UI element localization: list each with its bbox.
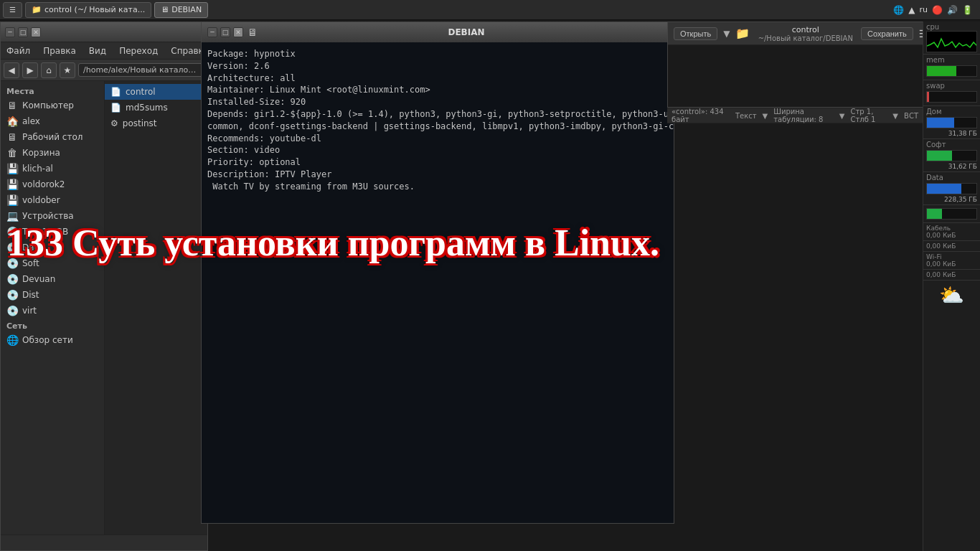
close-button[interactable]: ✕ — [31, 27, 41, 37]
sidebar-item-trash[interactable]: 🗑 Корзина — [1, 145, 104, 161]
file-item-control[interactable]: 📄 control — [105, 84, 207, 100]
app-menu-button[interactable]: ☰ — [3, 2, 22, 18]
sidebar-item-voldorok2[interactable]: 💾 voldorok2 — [1, 176, 104, 192]
menu-file[interactable]: Файл — [4, 44, 33, 57]
file-icon-md5: 📄 — [110, 103, 121, 113]
menu-go[interactable]: Переход — [116, 44, 161, 57]
cpu-label: cpu — [926, 23, 977, 31]
terminal-titlebar: ─ □ ✕ 🖥 DEBIAN — [202, 22, 674, 42]
editor-title: control ~/Новый каталог/DEBIAN — [755, 25, 855, 42]
open-button[interactable]: Открыть — [674, 27, 717, 40]
back-button[interactable]: ◀ — [4, 62, 19, 78]
sidebar-item-klich[interactable]: 💾 klich-al — [1, 161, 104, 176]
vol-icon-1: 💿 — [6, 226, 18, 237]
file-item-postinst[interactable]: ⚙ postinst — [105, 116, 207, 131]
term-line-11: Watch TV by streaming from M3U sources. — [207, 181, 668, 193]
network-icon: 🌐 — [893, 5, 904, 15]
sidebar-item-data[interactable]: 💿 Data — [1, 240, 104, 255]
sidebar-item-dist[interactable]: 💿 Dist — [1, 287, 104, 303]
term-line-10: Description: IPTV Player — [207, 169, 668, 181]
term-line-1: Version: 2.6 — [207, 60, 668, 72]
term-line-5: Depends: gir1.2-${app}-1.0 (>= 1.4), pyt… — [207, 108, 668, 121]
cpu-graph — [926, 31, 977, 52]
disk-home-label: Дом — [926, 108, 977, 116]
swap-bar-fill — [927, 92, 929, 102]
sidebar-item-voldober[interactable]: 💾 voldober — [1, 192, 104, 208]
term-line-2: Architecture: all — [207, 72, 668, 85]
maximize-button[interactable]: □ — [18, 27, 28, 37]
devices-icon: 💻 — [6, 210, 18, 222]
file-manager-statusbar — [1, 534, 207, 550]
bookmarks-button[interactable]: ★ — [60, 62, 75, 78]
net-wifi-value: 0,00 КиБ — [926, 260, 977, 268]
file-manager-toolbar: ◀ ▶ ⌂ ★ /home/alex/Новый каталог/DEB — [1, 60, 207, 81]
disk-home-section: Дом 31,38 ГБ — [923, 106, 980, 139]
path-bar[interactable]: /home/alex/Новый каталог/DEB — [78, 63, 204, 77]
swap-label: swap — [926, 82, 977, 90]
disk-data-section: Data 228,35 ГБ — [923, 172, 980, 205]
net-cable-down: 0,00 КиБ — [923, 241, 980, 252]
term-line-4: Installed-Size: 920 — [207, 96, 668, 108]
disk-home-fill — [927, 118, 954, 128]
vol-icon-6: 💿 — [6, 305, 18, 316]
vol-icon-3: 💿 — [6, 258, 18, 269]
mem-label: mem — [926, 56, 977, 64]
open-chevron: ▼ — [723, 29, 730, 39]
disk-extra-section — [923, 205, 980, 223]
disk-soft-section: Софт 31,62 ГБ — [923, 139, 980, 172]
term-maximize-button[interactable]: □ — [220, 27, 230, 37]
sidebar-item-desktop[interactable]: 🖥 Рабочий стол — [1, 129, 104, 145]
desktop-icon: 🖥 — [6, 131, 18, 143]
term-line-0: Package: hypnotix — [207, 48, 668, 60]
forward-button[interactable]: ▶ — [22, 62, 38, 78]
terminal-body[interactable]: Package: hypnotix Version: 2.6 Architect… — [202, 42, 674, 523]
system-icon-1: 🔴 — [932, 5, 943, 15]
home-icon: 🏠 — [6, 116, 18, 127]
sidebar-item-devuan[interactable]: 💿 Devuan — [1, 271, 104, 287]
taskbar-file-manager[interactable]: 📁 control (~/ Новый ката... — [25, 2, 151, 18]
disk-data-fill — [927, 184, 961, 194]
net-wifi-section: Wi-Fi 0,00 КиБ — [923, 252, 980, 270]
sidebar-item-devices[interactable]: 💻 Устройства — [1, 208, 104, 224]
sidebar-item-network[interactable]: 🌐 Обзор сети — [1, 332, 104, 348]
sidebar-item-soft[interactable]: 💿 Soft — [1, 255, 104, 271]
home-button[interactable]: ⌂ — [41, 62, 57, 78]
tab-width: Ширина табуляции: 8 — [773, 108, 834, 123]
weather-widget: ⛅ — [923, 281, 980, 310]
mem-bar — [926, 65, 977, 77]
term-minimize-button[interactable]: ─ — [207, 27, 217, 37]
sidebar-item-virt[interactable]: 💿 virt — [1, 303, 104, 319]
trash-icon: 🗑 — [6, 147, 18, 159]
net-cable-down-value: 0,00 КиБ — [926, 242, 977, 250]
swap-bar — [926, 91, 977, 103]
volume-speaker-icon: 🔊 — [947, 5, 958, 15]
mem-bar-fill — [927, 66, 956, 76]
sidebar-item-computer[interactable]: 🖥 Компьютер — [1, 98, 104, 113]
file-info: «control»: 434 байт — [672, 108, 724, 123]
save-button[interactable]: Сохранить — [861, 27, 913, 40]
weather-icon: ⛅ — [939, 283, 964, 307]
cursor-pos: Стр 1, Стлб 1 — [851, 108, 887, 123]
cpu-section: cpu — [923, 22, 980, 55]
encoding: ВСТ — [904, 112, 918, 120]
menu-view[interactable]: Вид — [86, 44, 109, 57]
network-header: Сеть — [1, 319, 104, 332]
term-line-7: Recommends: youtube-dl — [207, 133, 668, 145]
file-item-md5sums[interactable]: 📄 md5sums — [105, 100, 207, 116]
menu-edit[interactable]: Правка — [40, 44, 79, 57]
term-close-button[interactable]: ✕ — [233, 27, 243, 37]
disk-home-value: 31,38 ГБ — [926, 130, 977, 137]
sidebar-item-vol15gb[interactable]: 💿 Том 15 GB — [1, 224, 104, 240]
mem-section: mem — [923, 55, 980, 80]
minimize-button[interactable]: ─ — [5, 27, 15, 37]
text-chevron: ▼ — [763, 112, 768, 120]
disk-soft-label: Софт — [926, 141, 977, 149]
taskbar-terminal[interactable]: 🖥 DEBIAN — [154, 2, 208, 18]
pos-chevron: ▼ — [892, 112, 898, 120]
term-line-3: Maintainer: Linux Mint <root@linuxmint.c… — [207, 84, 668, 96]
file-manager-menubar: Файл Правка Вид Переход Справка — [1, 42, 207, 60]
drive-icon-1: 💾 — [6, 163, 18, 174]
folder-icon: 📁 — [735, 27, 750, 40]
computer-icon: 🖥 — [6, 100, 18, 111]
sidebar-item-home[interactable]: 🏠 alex — [1, 113, 104, 129]
